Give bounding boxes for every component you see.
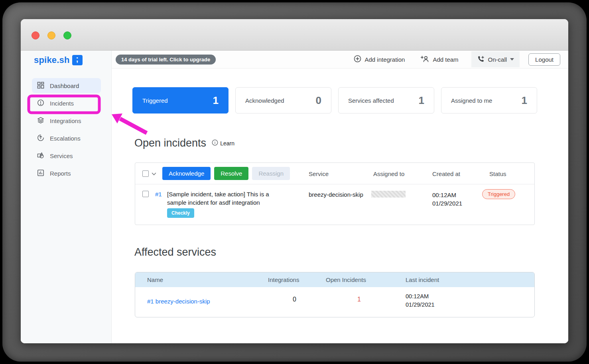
stat-label: Services affected: [348, 97, 394, 104]
stat-value: 1: [522, 94, 527, 107]
affected-services-title: Affected services: [134, 246, 216, 258]
dashboard-grid-icon: [37, 82, 44, 90]
add-integration-label: Add integration: [364, 56, 405, 63]
integration-badge[interactable]: Checkly: [167, 208, 194, 218]
incident-checkbox[interactable]: [142, 191, 149, 197]
incidents-table-header: Acknowledge Resolve Reassign Service Ass…: [135, 163, 534, 184]
top-navigation-bar: 14 days of trial left. Click to upgrade …: [112, 51, 568, 68]
reassign-button[interactable]: Reassign: [252, 167, 290, 180]
add-team-label: Add team: [433, 56, 458, 63]
service-open-incidents-count[interactable]: 1: [357, 296, 361, 303]
stat-value: 0: [316, 94, 321, 107]
stat-card-acknowledged[interactable]: Acknowledged 0: [235, 87, 331, 114]
column-header-integrations: Integrations: [268, 276, 299, 283]
select-all-checkbox[interactable]: [142, 170, 149, 177]
stat-card-services-affected[interactable]: Services affected 1: [338, 87, 434, 114]
stat-label: Triggered: [142, 97, 168, 104]
window-titlebar: [21, 19, 568, 51]
service-name-link[interactable]: #1 breezy-decision-skip: [147, 298, 210, 305]
open-incidents-title: Open incidents Learn: [134, 137, 234, 149]
assigned-to-redacted-value: [371, 191, 406, 198]
brand-logo-icon: ;: [72, 55, 83, 65]
stats-cards: Triggered 1 Acknowledged 0 Services affe…: [132, 87, 537, 114]
sidebar-item-label: Dashboard: [50, 82, 79, 89]
sidebar-item-label: Incidents: [50, 100, 74, 107]
stat-card-triggered[interactable]: Triggered 1: [132, 87, 229, 114]
circle-plus-icon: [354, 55, 361, 64]
sidebar-item-label: Escalations: [50, 135, 81, 142]
last-incident-date: 01/29/2021: [406, 301, 435, 308]
column-header-open-incidents: Open Incidents: [326, 276, 366, 283]
info-icon: [212, 139, 218, 147]
incident-description[interactable]: [Sample incident, take action] This is a…: [167, 190, 284, 207]
add-integration-button[interactable]: Add integration: [354, 55, 405, 64]
sidebar-item-label: Integrations: [50, 117, 81, 124]
acknowledge-button[interactable]: Acknowledge: [162, 167, 211, 180]
main-content: Triggered 1 Acknowledged 0 Services affe…: [112, 68, 568, 343]
sidebar-nav: Dashboard Incidents: [21, 78, 111, 183]
trial-upgrade-badge[interactable]: 14 days of trial left. Click to upgrade: [116, 55, 216, 65]
logout-button[interactable]: Logout: [528, 53, 560, 66]
sidebar: spike.sh ; Dashboard: [21, 51, 112, 343]
sidebar-item-services[interactable]: Services: [32, 148, 101, 163]
select-dropdown-chevron-icon[interactable]: [152, 170, 156, 177]
add-team-icon: [421, 55, 429, 64]
created-time: 00:12AM: [432, 192, 456, 198]
status-badge: Triggered: [482, 189, 515, 199]
column-header-created-at: Created at: [432, 170, 460, 177]
incident-created-at: 00:12AM 01/29/2021: [432, 191, 462, 207]
open-incidents-title-text: Open incidents: [134, 137, 206, 149]
minimize-window-button[interactable]: [47, 31, 55, 39]
sidebar-item-escalations[interactable]: Escalations: [32, 131, 101, 146]
incident-alert-icon: [37, 99, 44, 108]
resolve-button[interactable]: Resolve: [214, 167, 248, 180]
sidebar-item-incidents[interactable]: Incidents: [32, 96, 101, 111]
bar-chart-icon: [37, 169, 44, 178]
incident-id-link[interactable]: #1: [155, 191, 162, 198]
service-last-incident: 00:12AM 01/29/2021: [406, 292, 435, 309]
stat-value: 1: [419, 94, 424, 107]
column-header-assigned-to: Assigned to: [373, 170, 404, 177]
arrow-up-circle-icon: [37, 134, 44, 143]
app-root: spike.sh ; Dashboard: [21, 51, 568, 343]
column-header-status: Status: [489, 170, 506, 177]
sidebar-item-integrations[interactable]: Integrations: [32, 113, 101, 128]
sidebar-item-label: Services: [50, 153, 73, 159]
topnav-actions: Add integration Add team: [354, 51, 568, 67]
stat-label: Acknowledged: [245, 97, 284, 104]
created-date: 01/29/2021: [432, 200, 462, 207]
sidebar-item-reports[interactable]: Reports: [32, 166, 101, 181]
sidebar-item-dashboard[interactable]: Dashboard: [32, 78, 101, 93]
close-window-button[interactable]: [32, 31, 39, 39]
brand-logo[interactable]: spike.sh ;: [34, 55, 83, 65]
learn-label: Learn: [220, 140, 234, 147]
learn-link[interactable]: Learn: [212, 139, 234, 147]
incident-row: #1 [Sample incident, take action] This i…: [135, 184, 534, 225]
phone-plus-icon: [477, 55, 485, 64]
affected-services-table: Name Integrations Open Incidents Last in…: [135, 272, 535, 317]
stat-label: Assigned to me: [451, 97, 492, 104]
column-header-last-incident: Last incident: [406, 276, 439, 283]
stat-value: 1: [213, 94, 219, 107]
add-team-button[interactable]: Add team: [421, 55, 458, 64]
zoom-window-button[interactable]: [63, 31, 71, 39]
services-table-header: Name Integrations Open Incidents Last in…: [135, 272, 534, 287]
layers-icon: [37, 117, 44, 125]
service-integrations-count: 0: [293, 296, 296, 303]
open-incidents-table: Acknowledge Resolve Reassign Service Ass…: [135, 162, 535, 225]
sidebar-item-label: Reports: [50, 170, 71, 177]
column-header-name: Name: [147, 276, 163, 283]
on-call-dropdown[interactable]: On-call: [471, 51, 520, 67]
stat-card-assigned-to-me[interactable]: Assigned to me 1: [441, 87, 537, 114]
incident-service: breezy-decision-skip: [309, 191, 363, 198]
brand-name: spike.sh: [34, 55, 70, 65]
affected-services-title-text: Affected services: [134, 246, 216, 258]
column-header-service: Service: [309, 170, 329, 177]
last-incident-time: 00:12AM: [406, 293, 429, 299]
service-row: #1 breezy-decision-skip 0 1 00:12AM 01/2…: [135, 287, 534, 317]
on-call-label: On-call: [488, 56, 507, 63]
browser-window: spike.sh ; Dashboard: [21, 19, 568, 343]
chevron-down-icon: [510, 58, 514, 61]
shapes-icon: [37, 152, 44, 160]
